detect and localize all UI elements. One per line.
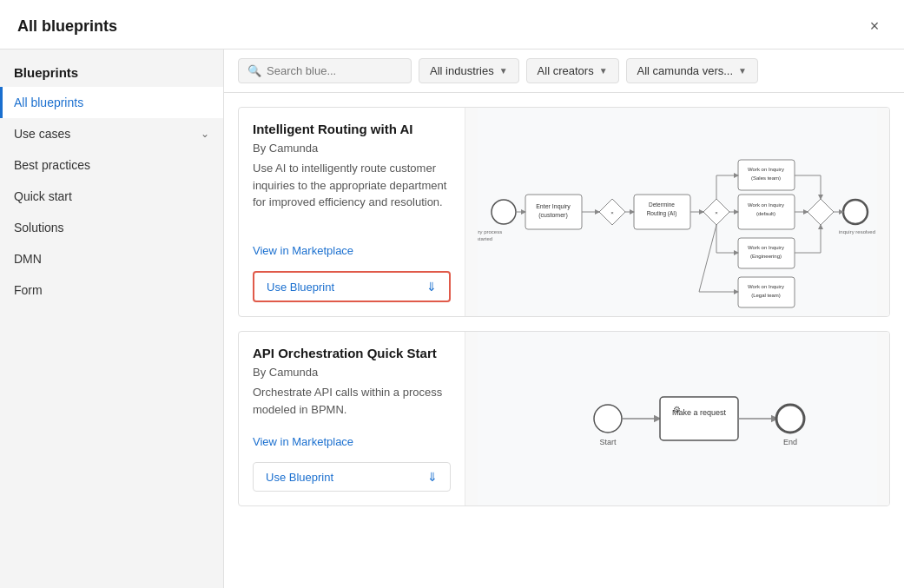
- download-icon: ⇓: [426, 280, 437, 294]
- sidebar-item-best-practices[interactable]: Best practices: [0, 149, 223, 181]
- svg-text:(Legal team): (Legal team): [751, 293, 781, 298]
- svg-text:inquiry process: inquiry process: [478, 229, 502, 235]
- svg-point-16: [843, 200, 868, 224]
- svg-text:×: ×: [610, 210, 614, 215]
- versions-filter[interactable]: All camunda vers... ▼: [626, 58, 758, 83]
- svg-text:Work on Inquiry: Work on Inquiry: [748, 245, 784, 250]
- chevron-down-icon: ⌄: [201, 128, 209, 140]
- modal-header: All blueprints ×: [0, 0, 904, 50]
- svg-point-1: [492, 200, 516, 224]
- blueprint-name: Intelligent Routing with AI: [253, 122, 451, 136]
- svg-text:(customer): (customer): [538, 212, 567, 219]
- blueprint-card-intelligent-routing: Intelligent Routing with AI By Camunda U…: [238, 107, 890, 317]
- sidebar-item-quick-start[interactable]: Quick start: [0, 181, 223, 212]
- modal-body: Blueprints All blueprints Use cases ⌄ Be…: [0, 50, 904, 588]
- bpmn-diagram-api: Start ⚙ Make a request: [478, 332, 877, 505]
- svg-point-47: [594, 405, 622, 433]
- view-marketplace-link[interactable]: View in Marketplace: [253, 244, 451, 257]
- blueprint-name-api: API Orchestration Quick Start: [253, 346, 451, 360]
- bpmn-diagram: Enter Inquiry (customer) × Determine Rou…: [478, 108, 877, 316]
- search-bar: 🔍 All industries ▼ All creators ▼ All ca…: [224, 50, 904, 93]
- blueprint-info-api: API Orchestration Quick Start By Camunda…: [239, 332, 465, 505]
- modal-title: All blueprints: [17, 17, 117, 36]
- svg-text:inquiry resolved: inquiry resolved: [839, 229, 875, 235]
- sidebar: Blueprints All blueprints Use cases ⌄ Be…: [0, 50, 224, 588]
- blueprints-list: Intelligent Routing with AI By Camunda U…: [224, 93, 904, 588]
- download-icon: ⇓: [427, 470, 438, 484]
- svg-point-54: [776, 405, 804, 433]
- view-marketplace-link-api[interactable]: View in Marketplace: [253, 435, 451, 448]
- use-blueprint-button-api[interactable]: Use Blueprint ⇓: [253, 462, 451, 492]
- search-icon: 🔍: [247, 64, 261, 77]
- close-button[interactable]: ×: [862, 14, 887, 38]
- svg-text:×: ×: [715, 210, 718, 215]
- sidebar-item-solutions[interactable]: Solutions: [0, 212, 223, 243]
- modal: All blueprints × Blueprints All blueprin…: [0, 0, 904, 588]
- creators-filter[interactable]: All creators ▼: [526, 58, 619, 83]
- svg-text:Work on Inquiry: Work on Inquiry: [748, 284, 784, 289]
- sidebar-item-dmn[interactable]: DMN: [0, 243, 223, 274]
- svg-text:Work on Inquiry: Work on Inquiry: [748, 202, 784, 208]
- svg-text:Start: Start: [599, 438, 617, 446]
- svg-text:(Sales team): (Sales team): [751, 175, 781, 181]
- blueprint-description-api: Orchestrate API calls within a process m…: [253, 384, 451, 426]
- main-content: 🔍 All industries ▼ All creators ▼ All ca…: [224, 50, 904, 588]
- svg-text:(default): (default): [756, 211, 775, 216]
- industries-filter[interactable]: All industries ▼: [419, 58, 519, 83]
- use-blueprint-button-highlighted[interactable]: Use Blueprint ⇓: [253, 271, 451, 302]
- svg-text:Make a request: Make a request: [672, 408, 727, 417]
- sidebar-item-all-blueprints[interactable]: All blueprints: [0, 87, 223, 118]
- svg-text:(Engineering): (Engineering): [750, 254, 782, 259]
- chevron-down-icon: ▼: [738, 66, 747, 76]
- blueprint-preview-api: Start ⚙ Make a request: [465, 332, 889, 505]
- svg-text:started: started: [478, 236, 492, 241]
- svg-text:Enter Inquiry: Enter Inquiry: [536, 203, 571, 210]
- search-input[interactable]: [267, 64, 402, 77]
- blueprint-info: Intelligent Routing with AI By Camunda U…: [239, 108, 465, 316]
- chevron-down-icon: ▼: [599, 66, 608, 76]
- sidebar-item-use-cases[interactable]: Use cases ⌄: [0, 118, 223, 149]
- svg-text:Work on Inquiry: Work on Inquiry: [748, 167, 784, 172]
- blueprint-card-api-orchestration: API Orchestration Quick Start By Camunda…: [238, 331, 890, 506]
- svg-text:Routing (AI): Routing (AI): [647, 210, 677, 217]
- chevron-down-icon: ▼: [499, 66, 508, 76]
- blueprint-preview-intelligent-routing: Enter Inquiry (customer) × Determine Rou…: [465, 108, 889, 316]
- sidebar-heading: Blueprints: [0, 56, 223, 87]
- sidebar-item-form[interactable]: Form: [0, 274, 223, 306]
- blueprint-author-api: By Camunda: [253, 366, 451, 379]
- search-wrapper: 🔍: [238, 58, 412, 83]
- svg-text:End: End: [783, 438, 797, 446]
- svg-text:Determine: Determine: [649, 202, 675, 208]
- blueprint-description: Use AI to intelligently route customer i…: [253, 160, 451, 235]
- blueprint-author: By Camunda: [253, 142, 451, 155]
- svg-rect-50: [660, 397, 738, 440]
